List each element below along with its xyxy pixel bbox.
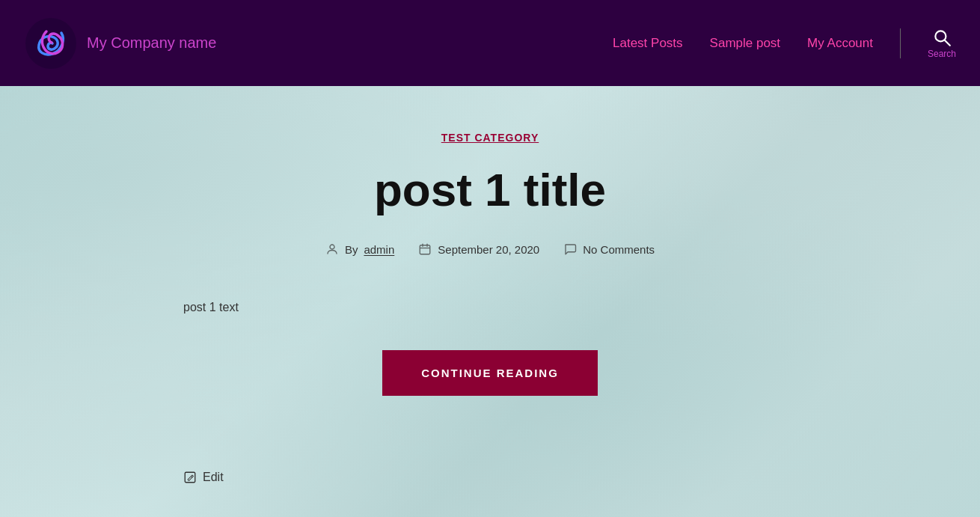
post-title: post 1 title <box>168 165 812 215</box>
post-excerpt: post 1 text <box>168 301 812 314</box>
edit-link[interactable]: Edit <box>183 471 224 484</box>
edit-label: Edit <box>203 471 224 484</box>
post-comments-meta: No Comments <box>563 242 655 256</box>
svg-point-3 <box>330 245 334 249</box>
search-label: Search <box>928 49 956 59</box>
svg-line-9 <box>192 477 193 478</box>
continue-reading-button[interactable]: CONTINUE READING <box>382 350 598 396</box>
post-date: September 20, 2020 <box>438 243 539 256</box>
post-comments[interactable]: No Comments <box>583 243 655 256</box>
edit-icon <box>183 471 197 484</box>
post-container: TEST CATEGORY post 1 title By admin <box>153 86 827 501</box>
main-content: TEST CATEGORY post 1 title By admin <box>0 86 980 517</box>
post-category[interactable]: TEST CATEGORY <box>441 132 539 144</box>
site-title: My Company name <box>87 34 216 52</box>
site-header: My Company name Latest Posts Sample post… <box>0 0 980 86</box>
main-nav: Latest Posts Sample post My Account Sear… <box>613 28 956 59</box>
calendar-icon <box>418 242 432 256</box>
nav-divider <box>900 28 901 58</box>
site-logo-link[interactable]: My Company name <box>24 16 216 70</box>
author-prefix: By <box>345 243 358 256</box>
post-author-meta: By admin <box>325 242 394 256</box>
nav-sample-post[interactable]: Sample post <box>710 36 781 51</box>
author-name[interactable]: admin <box>364 243 394 256</box>
search-button[interactable]: Search <box>928 28 956 59</box>
nav-my-account[interactable]: My Account <box>807 36 873 51</box>
logo-icon <box>24 16 78 70</box>
comment-icon <box>563 242 577 256</box>
post-meta: By admin September 20, 2020 No Commen <box>168 242 812 256</box>
person-icon <box>325 242 339 256</box>
search-icon <box>932 28 952 47</box>
svg-line-2 <box>945 40 950 45</box>
nav-latest-posts[interactable]: Latest Posts <box>613 36 683 51</box>
post-date-meta: September 20, 2020 <box>418 242 539 256</box>
svg-rect-4 <box>420 245 431 254</box>
